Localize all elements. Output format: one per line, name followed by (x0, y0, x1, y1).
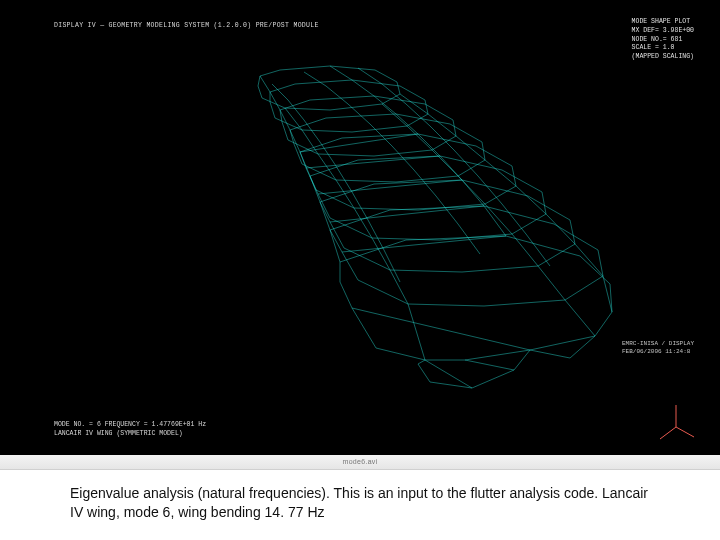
filename-bar: mode6.avi (0, 455, 720, 469)
svg-line-3 (330, 206, 484, 222)
wing-wireframe-mesh (100, 50, 620, 410)
svg-line-1 (306, 156, 440, 168)
page: DISPLAY IV — GEOMETRY MODELING SYSTEM (1… (0, 0, 720, 540)
generator-date: FEB/06/2006 11:24:8 (622, 348, 694, 356)
svg-line-9 (660, 427, 676, 439)
model-name: LANCAIR IV WING (SYMMETRIC MODEL) (54, 430, 206, 439)
app-title-bar: DISPLAY IV — GEOMETRY MODELING SYSTEM (1… (54, 22, 319, 29)
info-line-nodeno: NODE NO.= 681 (632, 36, 694, 45)
svg-line-2 (318, 180, 462, 194)
generator-stamp: EMRC-INISA / DISPLAY FEB/06/2006 11:24:8 (622, 340, 694, 356)
info-line-maxdef: MX DEF= 3.98E+00 (632, 27, 694, 36)
mode-shape-info-block: MODE SHAPE PLOT MX DEF= 3.98E+00 NODE NO… (632, 18, 694, 62)
axis-triad-icon (654, 399, 698, 443)
svg-line-6 (425, 360, 472, 388)
mode-frequency-line: MODE NO. = 6 FREQUENCY = 1.47769E+01 Hz (54, 421, 206, 430)
generator-name: EMRC-INISA / DISPLAY (622, 340, 694, 348)
svg-line-4 (342, 236, 506, 252)
svg-line-5 (352, 308, 530, 350)
svg-line-0 (300, 134, 418, 152)
cae-viewer: DISPLAY IV — GEOMETRY MODELING SYSTEM (1… (0, 0, 720, 470)
info-line-scale: SCALE = 1.0 (632, 44, 694, 53)
mode-frequency-block: MODE NO. = 6 FREQUENCY = 1.47769E+01 Hz … (54, 421, 206, 439)
info-line-title: MODE SHAPE PLOT (632, 18, 694, 27)
svg-line-10 (676, 427, 694, 437)
svg-line-7 (465, 360, 514, 370)
info-line-scaling: (MAPPED SCALING) (632, 53, 694, 62)
caption-text: Eigenvalue analysis (natural frequencies… (0, 470, 720, 522)
